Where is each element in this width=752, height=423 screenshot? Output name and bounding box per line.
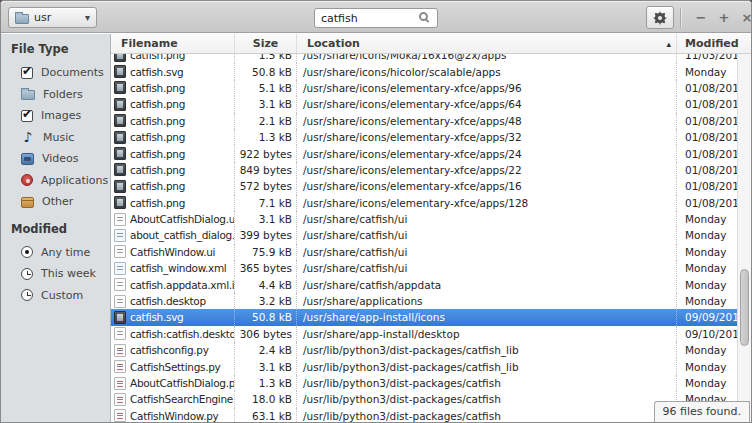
- column-header-location[interactable]: Location ▴: [297, 34, 677, 53]
- image-file-icon: [114, 131, 126, 144]
- table-row[interactable]: CatfishWindow.ui75.9 kB/usr/share/catfis…: [111, 244, 737, 260]
- sidebar-item-music[interactable]: ♪Music: [1, 127, 110, 149]
- file-name: catfish.png: [111, 129, 235, 145]
- minimize-button[interactable]: −: [691, 7, 711, 27]
- scrollbar[interactable]: [737, 54, 751, 422]
- file-type-section-header: File Type: [1, 39, 110, 62]
- file-location: /usr/lib/python3/dist-packages/catfish: [297, 408, 677, 422]
- column-header-location-label: Location: [307, 37, 360, 50]
- file-name: about_catfish_dialog.xml: [111, 227, 235, 243]
- sidebar-item-custom[interactable]: Custom: [1, 285, 110, 307]
- file-location: /usr/share/catfish/ui: [297, 211, 677, 227]
- table-row[interactable]: catfish.png849 bytes/usr/share/icons/ele…: [111, 162, 737, 178]
- table-row[interactable]: about_catfish_dialog.xml399 bytes/usr/sh…: [111, 227, 737, 243]
- file-name-label: CatfishWindow.ui: [130, 246, 215, 258]
- modified-section-header: Modified: [1, 219, 110, 242]
- close-button[interactable]: ×: [737, 7, 752, 27]
- sidebar-item-videos[interactable]: Videos: [1, 148, 110, 170]
- table-row[interactable]: CatfishSettings.py3.1 kB/usr/lib/python3…: [111, 358, 737, 374]
- file-size: 2.1 kB: [235, 113, 297, 129]
- file-modified: Monday: [677, 227, 737, 243]
- table-row[interactable]: catfish.svg50.8 kB/usr/share/app-install…: [111, 309, 737, 325]
- file-name: CatfishWindow.ui: [111, 244, 235, 260]
- file-name-label: catfish.png: [130, 197, 185, 209]
- maximize-button[interactable]: +: [714, 7, 734, 27]
- file-modified: Monday: [677, 260, 737, 276]
- table-row[interactable]: catfish.png2.1 kB/usr/share/icons/elemen…: [111, 113, 737, 129]
- file-modified: 01/08/2016: [677, 113, 737, 129]
- radio-selected-icon: [21, 246, 33, 258]
- file-size: 63.1 kB: [235, 408, 297, 422]
- toolbar-separator: [680, 8, 681, 27]
- file-location: /usr/share/app-install/desktop: [297, 326, 677, 342]
- table-row[interactable]: catfish.svg50.8 kB/usr/share/icons/hicol…: [111, 63, 737, 79]
- sidebar-item-label: Other: [42, 195, 73, 208]
- scrollbar-thumb[interactable]: [740, 269, 749, 346]
- text-file-icon: [114, 327, 126, 340]
- table-row[interactable]: catfish.png7.1 kB/usr/share/icons/elemen…: [111, 195, 737, 211]
- results-pane: Filename Size Location ▴ Modified catfis…: [111, 34, 751, 422]
- column-header-size[interactable]: Size: [235, 34, 297, 53]
- results-viewport: catfish.png1.5 kB/usr/share/icons/Moka/1…: [111, 54, 737, 422]
- settings-button[interactable]: [646, 6, 674, 29]
- sidebar-item-this-week[interactable]: This week: [1, 263, 110, 285]
- results-rows: catfish.png1.5 kB/usr/share/icons/Moka/1…: [111, 54, 737, 422]
- column-header-filename[interactable]: Filename: [111, 34, 235, 53]
- sidebar-item-label: Folders: [43, 88, 83, 101]
- table-row[interactable]: catfish.png5.1 kB/usr/share/icons/elemen…: [111, 80, 737, 96]
- file-name: CatfishSettings.py: [111, 358, 235, 374]
- table-row[interactable]: catfish.appdata.xml.in4.4 kB/usr/share/c…: [111, 276, 737, 292]
- file-name-label: AboutCatfishDialog.py: [130, 377, 235, 389]
- text-file-icon: [114, 295, 126, 308]
- file-modified: 01/08/2016: [677, 178, 737, 194]
- file-location: /usr/share/icons/elementary-xfce/apps/64: [297, 96, 677, 112]
- table-row[interactable]: AboutCatfishDialog.py1.3 kB/usr/lib/pyth…: [111, 375, 737, 391]
- file-size: 4.4 kB: [235, 276, 297, 292]
- table-row[interactable]: catfish.png1.5 kB/usr/share/icons/Moka/1…: [111, 54, 737, 63]
- table-row[interactable]: catfish_window.xml365 bytes/usr/share/ca…: [111, 260, 737, 276]
- file-location: /usr/lib/python3/dist-packages/catfish_l…: [297, 342, 677, 358]
- file-name-label: catfish.png: [130, 54, 185, 61]
- file-modified: 09/10/2015: [677, 326, 737, 342]
- table-row[interactable]: catfish.png572 bytes/usr/share/icons/ele…: [111, 178, 737, 194]
- file-modified: Monday: [677, 63, 737, 79]
- file-name: CatfishWindow.py: [111, 408, 235, 422]
- file-size: 572 bytes: [235, 178, 297, 194]
- file-modified: 01/08/2016: [677, 195, 737, 211]
- table-row[interactable]: catfish:catfish.desktop306 bytes/usr/sha…: [111, 326, 737, 342]
- location-button[interactable]: usr ▾: [8, 7, 97, 28]
- table-row[interactable]: catfish.png3.1 kB/usr/share/icons/elemen…: [111, 96, 737, 112]
- table-row[interactable]: catfish.png1.3 kB/usr/share/icons/elemen…: [111, 129, 737, 145]
- file-size: 50.8 kB: [235, 63, 297, 79]
- sidebar-item-folders[interactable]: Folders: [1, 84, 110, 106]
- folder-icon: [15, 14, 29, 24]
- file-location: /usr/share/applications: [297, 293, 677, 309]
- python-file-icon: [114, 409, 126, 422]
- file-name-label: catfish.png: [130, 164, 185, 176]
- sidebar-item-other[interactable]: Other: [1, 191, 110, 213]
- other-icon: [21, 197, 34, 208]
- table-row[interactable]: catfishconfig.py2.4 kB/usr/lib/python3/d…: [111, 342, 737, 358]
- sidebar-item-label: Applications: [41, 174, 108, 187]
- table-row[interactable]: catfish.png922 bytes/usr/share/icons/ele…: [111, 145, 737, 161]
- file-location: /usr/share/icons/hicolor/scalable/apps: [297, 63, 677, 79]
- xml-file-icon: [114, 262, 126, 275]
- sidebar-item-images[interactable]: Images: [1, 105, 110, 127]
- toolbar: usr ▾ − + ×: [1, 1, 751, 33]
- modified-list: Any timeThis weekCustom: [1, 242, 110, 307]
- image-file-icon: [114, 180, 126, 193]
- file-modified: Monday: [677, 358, 737, 374]
- python-file-icon: [114, 393, 126, 406]
- table-row[interactable]: CatfishWindow.py63.1 kB/usr/lib/python3/…: [111, 408, 737, 422]
- file-name: catfishconfig.py: [111, 342, 235, 358]
- file-modified: 09/09/2015: [677, 309, 737, 325]
- image-file-icon: [114, 81, 126, 94]
- sidebar-item-any-time[interactable]: Any time: [1, 242, 110, 264]
- column-header-modified[interactable]: Modified: [677, 34, 751, 53]
- sidebar-item-documents[interactable]: Documents: [1, 62, 110, 84]
- table-row[interactable]: CatfishSearchEngine.py18.0 kB/usr/lib/py…: [111, 391, 737, 407]
- table-row[interactable]: AboutCatfishDialog.ui3.1 kB/usr/share/ca…: [111, 211, 737, 227]
- file-modified: 01/08/2016: [677, 162, 737, 178]
- table-row[interactable]: catfish.desktop3.2 kB/usr/share/applicat…: [111, 293, 737, 309]
- sidebar-item-applications[interactable]: Applications: [1, 170, 110, 192]
